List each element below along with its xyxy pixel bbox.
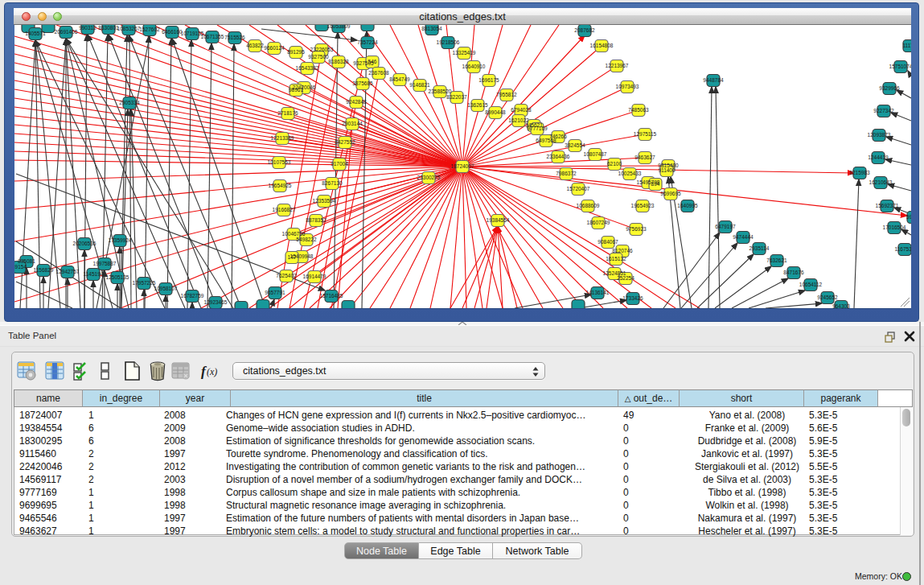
- svg-text:2718176: 2718176: [277, 110, 298, 116]
- svg-text:8322037: 8322037: [446, 94, 467, 100]
- svg-text:8878352: 8878352: [306, 217, 326, 223]
- svg-text:252254: 252254: [617, 275, 634, 281]
- svg-text:9756923: 9756923: [626, 226, 647, 232]
- svg-text:17016504: 17016504: [883, 225, 906, 230]
- svg-text:6466160: 6466160: [162, 29, 183, 35]
- svg-text:746266: 746266: [549, 134, 567, 139]
- svg-text:15692371: 15692371: [876, 203, 899, 208]
- svg-text:15716485: 15716485: [320, 293, 343, 299]
- svg-text:9245652: 9245652: [817, 295, 838, 300]
- svg-text:16210643: 16210643: [869, 179, 893, 185]
- svg-text:16640910: 16640910: [462, 64, 486, 69]
- svg-text:12213389: 12213389: [271, 135, 294, 141]
- svg-text:990312: 990312: [79, 25, 97, 31]
- svg-text:19654923: 19654923: [631, 203, 655, 208]
- svg-text:1696175: 1696175: [478, 77, 499, 83]
- svg-text:7357224: 7357224: [357, 39, 378, 45]
- svg-text:2903144: 2903144: [342, 121, 363, 126]
- svg-text:8630801: 8630801: [98, 25, 119, 31]
- svg-text:15751074: 15751074: [889, 64, 911, 69]
- svg-text:1145194: 1145194: [84, 271, 104, 277]
- svg-text:16782759: 16782759: [181, 293, 204, 299]
- svg-text:7986372: 7986372: [556, 171, 577, 176]
- svg-text:8454749: 8454749: [389, 76, 410, 82]
- svg-text:10807487: 10807487: [584, 151, 607, 157]
- svg-text:17957225: 17957225: [133, 280, 156, 286]
- svg-text:10654112: 10654112: [799, 282, 823, 287]
- svg-text:16914479: 16914479: [303, 274, 326, 279]
- svg-text:917004: 917004: [331, 161, 348, 167]
- svg-text:3875685: 3875685: [352, 80, 373, 86]
- svg-text:911400: 911400: [658, 167, 676, 173]
- svg-text:12975115: 12975115: [634, 131, 657, 137]
- svg-text:11172: 11172: [902, 43, 911, 48]
- svg-text:12093873: 12093873: [868, 132, 891, 138]
- svg-text:147: 147: [288, 254, 297, 260]
- svg-text:1244419: 1244419: [868, 154, 889, 160]
- svg-text:89154: 89154: [14, 264, 27, 270]
- svg-text:9474444: 9474444: [733, 234, 754, 240]
- svg-text:9777169: 9777169: [527, 126, 548, 131]
- svg-text:18724007: 18724007: [451, 163, 474, 169]
- svg-text:463822: 463822: [246, 43, 264, 48]
- svg-text:59381: 59381: [906, 214, 911, 220]
- svg-text:8267130: 8267130: [322, 180, 343, 186]
- svg-text:8990448: 8990448: [485, 109, 506, 115]
- svg-text:16154808: 16154808: [590, 43, 614, 48]
- svg-text:17359924: 17359924: [109, 237, 132, 243]
- svg-text:13325419: 13325419: [453, 50, 476, 56]
- svg-text:1527602: 1527602: [139, 27, 160, 32]
- svg-text:9084067: 9084067: [598, 239, 618, 245]
- svg-text:9227342: 9227342: [873, 108, 894, 113]
- svg-text:20691406: 20691406: [55, 29, 78, 35]
- svg-text:12213967: 12213967: [606, 63, 629, 68]
- svg-text:2935114: 2935114: [749, 245, 770, 251]
- svg-text:9660124: 9660124: [264, 45, 285, 51]
- svg-text:9327500: 9327500: [308, 54, 329, 60]
- svg-text:12505135: 12505135: [106, 274, 129, 280]
- svg-text:8813054: 8813054: [421, 26, 442, 31]
- svg-text:16053809: 16053809: [327, 25, 351, 29]
- svg-text:546: 546: [368, 59, 377, 64]
- svg-text:7515526: 7515526: [224, 35, 245, 40]
- svg-text:10973493: 10973493: [616, 84, 639, 89]
- svg-text:12923465: 12923465: [204, 299, 228, 305]
- svg-text:1640995: 1640995: [677, 203, 698, 208]
- svg-text:15720407: 15720407: [567, 186, 590, 192]
- svg-text:8471676: 8471676: [783, 270, 804, 275]
- svg-text:7625402: 7625402: [276, 273, 297, 278]
- svg-text:2367608: 2367608: [368, 70, 389, 76]
- svg-text:12353594: 12353594: [313, 198, 336, 204]
- svg-text:10853267: 10853267: [117, 26, 141, 31]
- svg-text:9657791: 9657791: [265, 290, 285, 295]
- svg-text:10958107: 10958107: [154, 286, 178, 291]
- svg-text:5498222: 5498222: [296, 237, 317, 242]
- svg-text:9242848: 9242848: [346, 99, 367, 105]
- svg-text:3824554: 3824554: [565, 142, 585, 148]
- svg-text:16543382: 16543382: [296, 65, 319, 71]
- svg-text:894: 894: [651, 181, 660, 187]
- svg-text:1615132: 1615132: [606, 256, 626, 262]
- svg-text:8186328: 8186328: [328, 59, 349, 64]
- svg-text:7632621: 7632621: [766, 257, 787, 263]
- svg-text:12942757: 12942757: [56, 269, 80, 274]
- svg-text:1362615: 1362615: [467, 102, 488, 108]
- svg-text:23300275: 23300275: [417, 175, 441, 180]
- svg-text:1167534: 1167534: [895, 246, 911, 252]
- svg-text:891295: 891295: [287, 49, 305, 55]
- svg-text:19654925: 19654925: [269, 183, 292, 188]
- svg-text:8120746: 8120746: [612, 248, 633, 253]
- svg-text:19218506: 19218506: [437, 39, 460, 45]
- svg-text:6794028: 6794028: [511, 107, 532, 113]
- svg-text:14136141: 14136141: [586, 290, 610, 295]
- svg-text:10688609: 10688609: [577, 203, 600, 208]
- svg-text:9699695: 9699695: [660, 191, 681, 196]
- svg-text:23226053: 23226053: [310, 47, 334, 52]
- svg-text:2087682: 2087682: [574, 27, 595, 33]
- svg-text:19166827: 19166827: [273, 207, 296, 212]
- svg-text:1405571: 1405571: [25, 31, 46, 36]
- svg-text:1156829: 1156829: [34, 267, 54, 273]
- svg-text:835081: 835081: [18, 258, 35, 264]
- svg-text:98961: 98961: [289, 87, 303, 93]
- svg-text:7485063: 7485063: [628, 107, 649, 113]
